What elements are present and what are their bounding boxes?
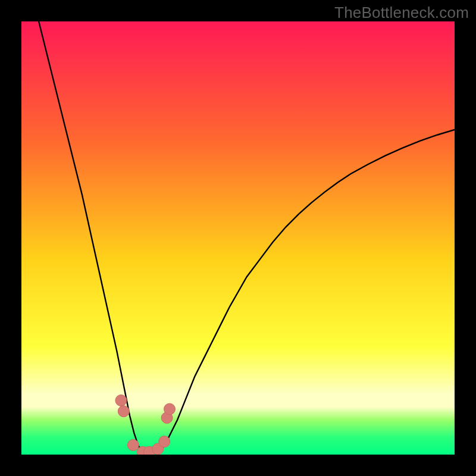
chart-stage: TheBottleneck.com (0, 0, 476, 476)
marker-dot (159, 436, 170, 447)
marker-dot (127, 439, 139, 450)
gradient-background (21, 21, 455, 455)
marker-dot (118, 406, 129, 417)
plot-svg (21, 21, 455, 455)
marker-dot (115, 395, 127, 406)
marker-dot (164, 403, 175, 415)
plot-area (21, 21, 455, 455)
watermark-text: TheBottleneck.com (334, 4, 469, 22)
